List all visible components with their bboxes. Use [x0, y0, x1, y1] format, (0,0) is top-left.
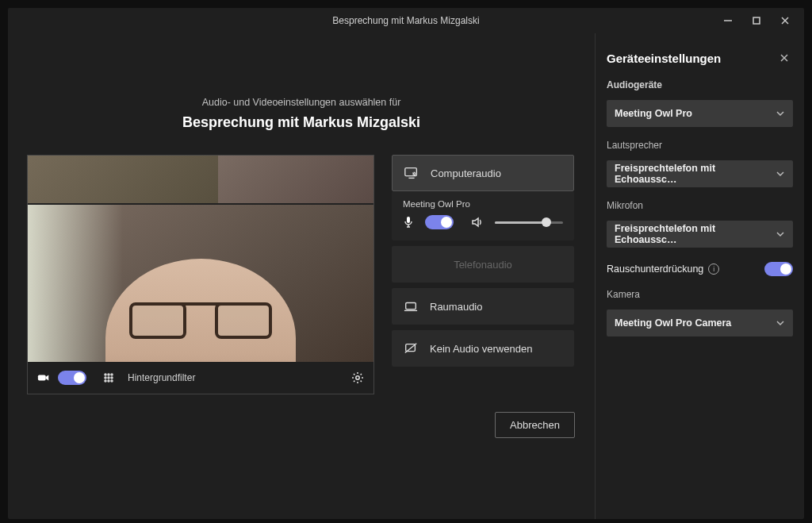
svg-point-12 — [108, 380, 109, 382]
window-title: Besprechung mit Markus Mizgalski — [332, 15, 479, 26]
glasses-left — [129, 302, 186, 339]
volume-knob — [542, 217, 551, 227]
chevron-down-icon — [776, 229, 785, 239]
svg-point-8 — [105, 377, 106, 379]
chevron-down-icon — [776, 109, 785, 118]
camera-icon — [37, 372, 50, 383]
speaker-icon — [471, 217, 484, 228]
svg-point-11 — [105, 380, 106, 382]
video-preview: Hintergrundfilter — [27, 155, 374, 394]
camera-value: Meeting Owl Pro Camera — [615, 317, 731, 329]
maximize-icon — [752, 16, 761, 25]
preview-face — [105, 259, 296, 362]
bottom-actions: Abbrechen — [28, 394, 575, 438]
option-no-audio-label: Kein Audio verwenden — [430, 343, 532, 355]
option-no-audio[interactable]: Kein Audio verwenden — [392, 330, 574, 367]
settings-button[interactable] — [351, 371, 364, 384]
svg-rect-4 — [38, 375, 46, 380]
chevron-down-icon — [776, 169, 785, 179]
computer-audio-icon — [404, 166, 419, 180]
speaker-value: Freisprechtelefon mit Echoaussc… — [615, 163, 776, 185]
maximize-button[interactable] — [742, 10, 771, 32]
option-room-audio-label: Raumaudio — [430, 301, 483, 313]
filters-icon — [102, 371, 115, 384]
device-settings-panel: Geräteeinstellungen Audiogeräte Meeting … — [595, 33, 804, 519]
selected-device-name: Meeting Owl Pro — [403, 199, 563, 209]
chevron-down-icon — [776, 318, 785, 328]
microphone-label: Mikrofon — [607, 200, 793, 211]
subtitle: Audio- und Videoeinstellungen auswählen … — [202, 97, 401, 108]
main-panel: Audio- und Videoeinstellungen auswählen … — [8, 33, 595, 519]
svg-rect-17 — [406, 303, 416, 310]
glasses-right — [215, 302, 272, 339]
preview-toolbar: Hintergrundfilter — [28, 362, 373, 394]
noise-suppression-toggle[interactable] — [764, 262, 793, 276]
speaker-label: Lautsprecher — [607, 140, 793, 151]
close-button[interactable] — [771, 10, 799, 32]
computer-audio-details: Meeting Owl Pro — [392, 191, 574, 240]
option-computer-audio[interactable]: Computeraudio — [392, 155, 574, 191]
svg-point-7 — [111, 374, 113, 375]
option-computer-audio-label: Computeraudio — [431, 167, 501, 179]
volume-slider[interactable] — [495, 221, 563, 224]
camera-label: Kamera — [607, 289, 793, 300]
video-preview-strip — [28, 156, 373, 205]
microphone-icon — [403, 216, 414, 229]
volume-fill — [495, 221, 546, 224]
no-audio-icon — [403, 342, 419, 355]
audio-options: Computeraudio Meeting Owl Pro — [392, 155, 574, 367]
meeting-title: Besprechung mit Markus Mizgalski — [182, 114, 420, 131]
cancel-button[interactable]: Abbrechen — [495, 412, 575, 438]
minimize-button[interactable] — [714, 10, 742, 32]
svg-point-13 — [111, 380, 113, 382]
panel-close-button[interactable] — [776, 49, 793, 67]
panel-title: Geräteeinstellungen — [607, 52, 721, 65]
video-preview-main — [28, 205, 373, 362]
svg-point-14 — [356, 376, 359, 379]
panel-header: Geräteeinstellungen — [607, 49, 793, 67]
microphone-toggle[interactable] — [425, 215, 454, 229]
microphone-select[interactable]: Freisprechtelefon mit Echoaussc… — [607, 221, 793, 248]
option-phone-audio: Telefonaudio — [392, 246, 574, 283]
microphone-value: Freisprechtelefon mit Echoaussc… — [615, 223, 776, 245]
titlebar: Besprechung mit Markus Mizgalski — [8, 8, 804, 33]
window-controls — [714, 8, 799, 33]
audio-controls — [403, 215, 563, 229]
app-window: Besprechung mit Markus Mizgalski Audio- … — [8, 8, 804, 519]
audio-device-select[interactable]: Meeting Owl Pro — [607, 100, 793, 127]
room-audio-icon — [403, 301, 419, 312]
camera-toggle[interactable] — [58, 371, 86, 385]
svg-point-10 — [111, 377, 113, 379]
close-icon — [780, 16, 790, 25]
svg-rect-1 — [753, 17, 760, 24]
svg-point-5 — [105, 374, 106, 375]
option-phone-audio-label: Telefonaudio — [454, 259, 512, 271]
option-room-audio[interactable]: Raumaudio — [392, 288, 574, 325]
audio-devices-label: Audiogeräte — [607, 79, 793, 90]
svg-point-6 — [108, 374, 109, 375]
svg-point-9 — [108, 377, 109, 379]
audio-device-value: Meeting Owl Pro — [615, 108, 692, 119]
content: Audio- und Videoeinstellungen auswählen … — [8, 33, 804, 519]
speaker-select[interactable]: Freisprechtelefon mit Echoaussc… — [607, 160, 793, 187]
svg-rect-16 — [407, 217, 410, 223]
minimize-icon — [723, 16, 733, 25]
info-icon[interactable]: i — [708, 263, 719, 275]
close-icon — [779, 53, 789, 63]
noise-suppression-label: Rauschunterdrückung — [607, 263, 703, 275]
camera-select[interactable]: Meeting Owl Pro Camera — [607, 310, 793, 336]
noise-suppression-row: Rauschunterdrückung i — [607, 262, 793, 276]
setup-row: Hintergrundfilter Computeraudio — [27, 155, 576, 394]
filters-label[interactable]: Hintergrundfilter — [128, 372, 195, 383]
